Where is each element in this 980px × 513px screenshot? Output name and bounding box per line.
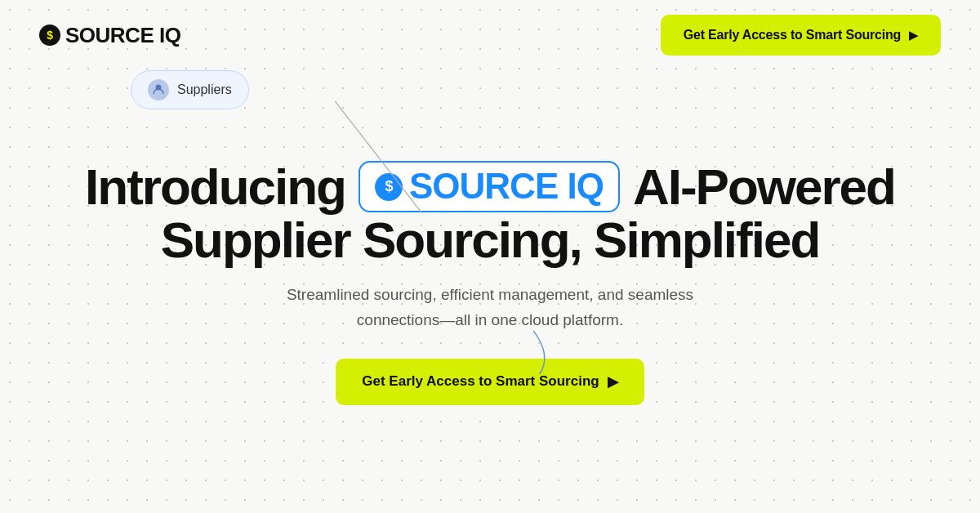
bottom-cta-arrow: ▶: [608, 373, 618, 390]
navbar: $ SOURCE IQ Get Early Access to Smart So…: [0, 0, 980, 70]
bottom-cta-button[interactable]: Get Early Access to Smart Sourcing ▶: [336, 359, 644, 405]
heading-pre-text: Introducing: [85, 160, 345, 213]
heading-section: Introducing $ SOURCE IQ AI-Powered Suppl…: [52, 160, 928, 405]
bottom-cta-label: Get Early Access to Smart Sourcing: [362, 373, 599, 390]
logo-icon: $: [39, 25, 60, 46]
logo: $ SOURCE IQ: [39, 23, 180, 48]
supplier-avatar-icon: [148, 79, 169, 100]
inline-logo-text: SOURCE IQ: [409, 167, 604, 205]
nav-cta-arrow: ▶: [909, 29, 918, 42]
logo-text: SOURCE IQ: [65, 23, 180, 48]
inline-logo-badge: $ SOURCE IQ: [359, 161, 620, 212]
nav-cta-label: Get Early Access to Smart Sourcing: [684, 28, 901, 42]
suppliers-badge-label: Suppliers: [177, 83, 232, 97]
heading-line1: Introducing $ SOURCE IQ AI-Powered: [85, 160, 895, 213]
main-content: Suppliers Introducing $ SOURCE IQ AI-Pow…: [0, 70, 980, 405]
subheading-text: Streamlined sourcing, efficient manageme…: [261, 283, 719, 332]
bottom-cta-wrapper: Get Early Access to Smart Sourcing ▶: [336, 359, 644, 405]
suppliers-badge: Suppliers: [131, 70, 249, 109]
heading-line2: Supplier Sourcing, Simplified: [85, 213, 895, 266]
inline-logo-icon: $: [375, 173, 403, 201]
nav-cta-button[interactable]: Get Early Access to Smart Sourcing ▶: [661, 15, 941, 56]
heading-post-text: AI-Powered: [633, 160, 895, 213]
